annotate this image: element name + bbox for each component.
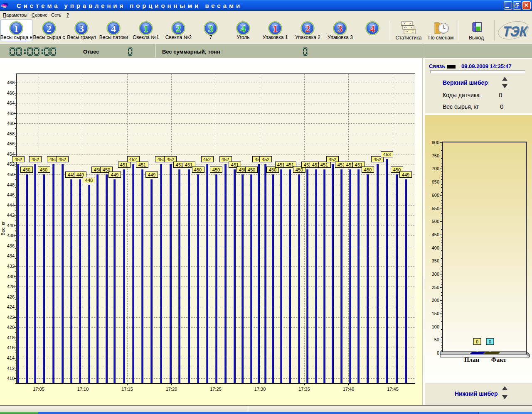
svg-text:449: 449	[76, 172, 84, 177]
svg-text:464: 464	[7, 100, 15, 105]
svg-text:17:25: 17:25	[210, 387, 222, 392]
svg-text:350: 350	[432, 258, 439, 263]
svg-text:Вес, кг: Вес, кг	[0, 221, 5, 235]
svg-text:750: 750	[432, 153, 439, 158]
svg-text:438: 438	[7, 233, 15, 238]
svg-text:План: План	[464, 356, 480, 363]
svg-text:449: 449	[148, 172, 155, 177]
svg-text:17:35: 17:35	[298, 387, 310, 392]
svg-text:4: 4	[370, 23, 375, 34]
svg-text:Факт: Факт	[491, 356, 507, 363]
svg-text:150: 150	[432, 311, 439, 316]
svg-text:0: 0	[437, 350, 439, 355]
svg-text:450: 450	[364, 167, 372, 172]
svg-text:452: 452	[32, 157, 39, 162]
svg-text:17:15: 17:15	[121, 387, 133, 392]
svg-text:2: 2	[47, 23, 52, 34]
svg-text:466: 466	[7, 91, 15, 96]
svg-text:452: 452	[374, 157, 381, 162]
svg-text:446: 446	[7, 192, 15, 197]
svg-text:452: 452	[262, 157, 269, 162]
svg-text:451: 451	[185, 162, 192, 167]
svg-text:468: 468	[7, 80, 15, 85]
svg-text:452: 452	[59, 157, 66, 162]
svg-text:460: 460	[7, 121, 15, 126]
svg-text:458: 458	[7, 131, 15, 136]
svg-text:450: 450	[194, 167, 202, 172]
svg-text:1: 1	[273, 23, 278, 34]
svg-text:650: 650	[432, 179, 439, 184]
svg-text:0: 0	[489, 339, 491, 344]
svg-text:452: 452	[15, 157, 22, 162]
svg-text:422: 422	[7, 315, 15, 320]
svg-text:449: 449	[111, 172, 118, 177]
svg-text:434: 434	[7, 253, 15, 258]
svg-text:ТЭК: ТЭК	[501, 24, 529, 39]
svg-text:452: 452	[329, 157, 336, 162]
svg-text:450: 450	[7, 172, 15, 177]
svg-text:451: 451	[120, 162, 128, 167]
svg-text:414: 414	[7, 355, 15, 360]
svg-text:4: 4	[111, 23, 116, 34]
svg-text:420: 420	[7, 325, 15, 330]
svg-text:550: 550	[432, 206, 439, 211]
svg-text:448: 448	[7, 182, 15, 187]
svg-text:428: 428	[7, 284, 15, 289]
svg-text:450: 450	[296, 167, 303, 172]
svg-text:451: 451	[320, 162, 328, 167]
svg-text:800: 800	[432, 140, 439, 145]
svg-text:2: 2	[305, 23, 310, 34]
svg-text:200: 200	[432, 298, 439, 303]
svg-text:452: 452	[158, 157, 165, 162]
svg-text:300: 300	[432, 272, 439, 277]
svg-text:453: 453	[383, 152, 391, 157]
svg-text:17:10: 17:10	[77, 387, 89, 392]
svg-text:436: 436	[7, 243, 15, 248]
svg-text:451: 451	[355, 162, 362, 167]
svg-text:452: 452	[129, 157, 137, 162]
svg-text:448: 448	[85, 178, 93, 183]
svg-text:0: 0	[476, 339, 478, 344]
svg-text:17:40: 17:40	[343, 387, 355, 392]
svg-text:600: 600	[432, 193, 439, 198]
svg-text:412: 412	[7, 366, 15, 371]
svg-text:430: 430	[7, 274, 15, 279]
svg-text:424: 424	[7, 304, 15, 309]
svg-text:250: 250	[432, 285, 439, 290]
svg-text:452: 452	[167, 157, 174, 162]
svg-text:2: 2	[176, 23, 181, 34]
svg-text:444: 444	[7, 203, 15, 208]
svg-text:17:05: 17:05	[33, 387, 44, 392]
svg-text:4: 4	[241, 23, 246, 34]
svg-text:400: 400	[432, 245, 439, 250]
svg-text:100: 100	[432, 324, 439, 329]
svg-text:432: 432	[7, 264, 15, 269]
svg-text:450: 450	[432, 232, 439, 237]
svg-text:452: 452	[7, 162, 15, 167]
svg-text:451: 451	[138, 162, 146, 167]
svg-text:426: 426	[7, 294, 15, 299]
svg-text:416: 416	[7, 345, 15, 350]
svg-text:3: 3	[337, 23, 342, 34]
svg-text:17:20: 17:20	[166, 387, 177, 392]
svg-text:500: 500	[432, 219, 439, 224]
svg-text:440: 440	[7, 223, 15, 228]
svg-text:449: 449	[402, 172, 409, 177]
svg-text:452: 452	[222, 157, 229, 162]
svg-text:454: 454	[7, 152, 15, 157]
svg-text:17:30: 17:30	[254, 387, 266, 392]
svg-text:450: 450	[269, 167, 276, 172]
svg-text:451: 451	[176, 162, 183, 167]
svg-text:450: 450	[40, 167, 47, 172]
svg-text:3: 3	[79, 23, 84, 34]
svg-text:17:45: 17:45	[387, 387, 399, 392]
svg-text:450: 450	[248, 167, 255, 172]
svg-text:451: 451	[286, 162, 294, 167]
svg-text:3: 3	[208, 23, 213, 34]
svg-text:410: 410	[7, 376, 15, 381]
svg-text:50: 50	[434, 337, 439, 342]
svg-text:451: 451	[277, 162, 285, 167]
svg-text:1: 1	[143, 23, 148, 34]
svg-text:442: 442	[7, 213, 15, 218]
svg-text:450: 450	[23, 167, 30, 172]
